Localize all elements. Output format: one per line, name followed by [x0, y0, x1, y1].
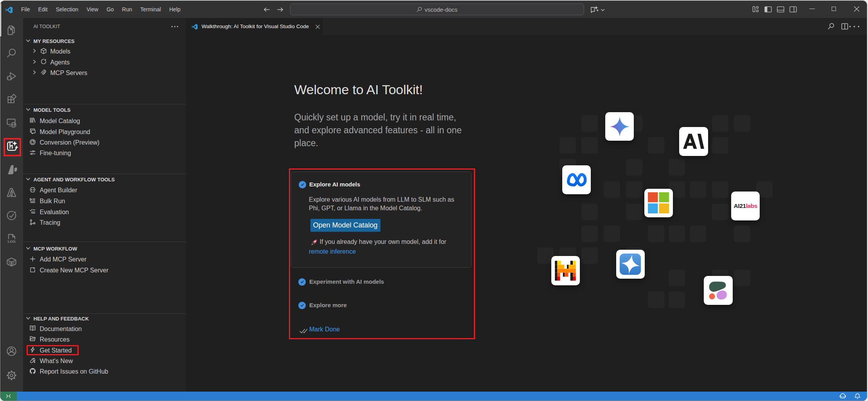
svg-text:LOG: LOG [7, 240, 16, 244]
